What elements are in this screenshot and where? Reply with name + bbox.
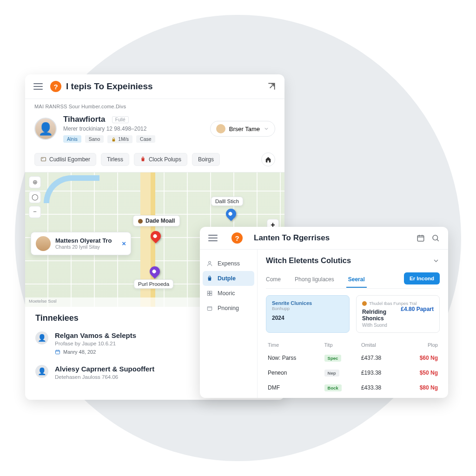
app-logo-icon: ?	[231, 232, 243, 244]
map-label[interactable]: Purl Prooeda	[134, 279, 173, 289]
sidebar-item-pnoning[interactable]: Pnoning	[200, 301, 257, 316]
card-caption: Thudel Ibas Funpes Tral	[369, 301, 416, 306]
svg-point-5	[433, 235, 438, 240]
user-switcher-label: Brser Tame	[229, 126, 260, 132]
table-row[interactable]: Now: Parss Spec £437.38 $60 Ng	[266, 350, 440, 365]
breadcrumb: MAI RANRSS Sour Humber.come.Divs	[25, 99, 284, 112]
chip-cudlisl[interactable]: Cudlisl Egomber	[34, 153, 96, 166]
right-main: Witch Eletents Colutics Come Phong ligul…	[258, 250, 448, 398]
profile-section: 👤 Tihawfiorta Fullé Merer trockiniary 12…	[25, 112, 284, 148]
chip-boirgs[interactable]: Boirgs	[192, 153, 220, 166]
map-river	[44, 175, 99, 203]
map-label[interactable]: Dalll Stich	[211, 197, 243, 206]
profile-tag[interactable]: 1M/s	[107, 135, 132, 143]
lock-icon	[111, 137, 116, 142]
profile-name: Tihawfiorta	[63, 115, 105, 124]
card-subtitle: Witlh Suond	[362, 323, 434, 328]
profile-tag[interactable]: Alnis	[63, 135, 81, 143]
sidebar-item-mooric[interactable]: Mooric	[200, 286, 257, 301]
svg-rect-1	[41, 158, 46, 161]
map-zoom-out[interactable]: −	[29, 206, 41, 218]
home-button[interactable]	[261, 152, 275, 166]
map-tool-compass[interactable]: ◯	[29, 191, 41, 203]
tabs-row: Come Phong ligulaces Seeral Er Incond	[266, 272, 440, 289]
dot-icon	[362, 301, 367, 306]
svg-rect-9	[207, 294, 209, 296]
tab-seeral[interactable]: Seeral	[348, 273, 365, 287]
app-logo-icon: ?	[50, 81, 61, 92]
cell-time: Now: Parss	[266, 350, 323, 365]
avatar-sm-icon	[216, 124, 225, 133]
right-header: ? Lanten To Rgerrises	[200, 227, 448, 250]
map-bubble-center[interactable]: Dade Moall	[133, 215, 180, 226]
svg-rect-7	[207, 291, 209, 293]
svg-rect-8	[210, 291, 212, 293]
cell-time: Peneon	[266, 365, 323, 380]
bag-icon	[140, 156, 146, 162]
table-row[interactable]: Peneon Nep £193.38 $50 Ng	[266, 365, 440, 380]
svg-rect-10	[210, 294, 212, 296]
avatar-icon	[36, 236, 51, 251]
map-person-card[interactable]: Mattesn Olyerat Tro Chants 20 Iynil Sita…	[31, 232, 131, 255]
svg-rect-2	[56, 350, 60, 354]
section-title: Witch Eletents Colutics	[266, 256, 432, 265]
profile-avatar[interactable]: 👤	[34, 118, 57, 140]
card-title: Senrite Clunices	[272, 300, 344, 306]
close-icon[interactable]: ×	[122, 239, 126, 247]
table-header: Omital	[359, 339, 401, 350]
expenses-table: Time Titp Omital Plop Now: Parss Spec £4…	[266, 339, 440, 395]
sidebar-item-expenss[interactable]: Expenss	[200, 256, 257, 271]
cell-amount: £437.38	[359, 350, 401, 365]
search-icon[interactable]	[431, 234, 440, 242]
chevron-down-icon[interactable]	[432, 257, 440, 264]
cell-tag: Spec	[323, 350, 359, 365]
table-header: Time	[266, 339, 323, 350]
grid-icon	[206, 290, 213, 297]
box-icon	[206, 305, 213, 311]
person-icon	[206, 260, 213, 267]
user-switcher-dropdown[interactable]: Brser Tame	[210, 121, 275, 137]
map-pin-blue[interactable]	[224, 206, 238, 221]
cell-tag: Nep	[323, 365, 359, 380]
profile-status-badge: Fullé	[112, 116, 129, 123]
share-arrow-icon[interactable]	[267, 82, 276, 91]
svg-point-6	[209, 261, 211, 264]
summary-card[interactable]: Thudel Ibas Funpes Tral£4.80 Papart Relr…	[356, 295, 440, 333]
right-app-title: Lanten To Rgerrises	[254, 233, 410, 243]
home-icon	[265, 156, 271, 163]
map-card-sub: Chants 20 Iynil Sitay	[55, 244, 112, 250]
hamburger-icon[interactable]	[33, 83, 43, 90]
chip-clock[interactable]: Clock Polups	[134, 153, 187, 166]
chip-tirless[interactable]: Tirless	[101, 153, 129, 166]
map-tool-target[interactable]: ⊕	[29, 176, 41, 188]
card-value: 2024	[272, 315, 344, 321]
cell-amount: £193.38	[359, 365, 401, 380]
left-header: ? I tepis To Expeiniess	[25, 74, 284, 99]
svg-rect-4	[417, 236, 424, 241]
bag-icon	[206, 275, 213, 282]
map-footer-text: Moetelse Sosl	[29, 298, 57, 306]
card-amount: £4.80 Papart	[401, 306, 434, 312]
sidebar-item-dutple[interactable]: Dutple	[203, 271, 254, 286]
cell-amount: £433.38	[359, 380, 401, 395]
tab-phong[interactable]: Phong ligulaces	[295, 273, 334, 287]
svg-rect-11	[207, 307, 212, 311]
summary-card[interactable]: Senrite Clunices Bonhupp 2024	[266, 295, 350, 333]
summary-cards: Senrite Clunices Bonhupp 2024 Thudel Iba…	[266, 295, 440, 333]
dot-icon	[138, 219, 143, 224]
calendar-icon[interactable]	[416, 234, 425, 242]
tab-come[interactable]: Come	[266, 273, 281, 287]
cell-plop: $60 Ng	[401, 350, 440, 365]
profile-tags: Alnis Sano 1M/s Case	[63, 135, 204, 143]
table-header: Plop	[401, 339, 440, 350]
primary-action-button[interactable]: Er Incond	[404, 272, 440, 284]
left-app-title: I tepis To Expeiniess	[66, 81, 267, 92]
right-sidebar: Expenss Dutple Mooric Pnoning	[200, 250, 258, 398]
table-row[interactable]: DMF Bock £433.38 $80 Ng	[266, 380, 440, 395]
profile-subtitle: Merer trockiniary 12 98.498–2012	[63, 126, 204, 132]
table-header: Titp	[323, 339, 359, 350]
card-icon	[40, 156, 46, 162]
profile-tag[interactable]: Sano	[85, 135, 104, 143]
profile-tag[interactable]: Case	[136, 135, 155, 143]
hamburger-icon[interactable]	[208, 235, 218, 241]
